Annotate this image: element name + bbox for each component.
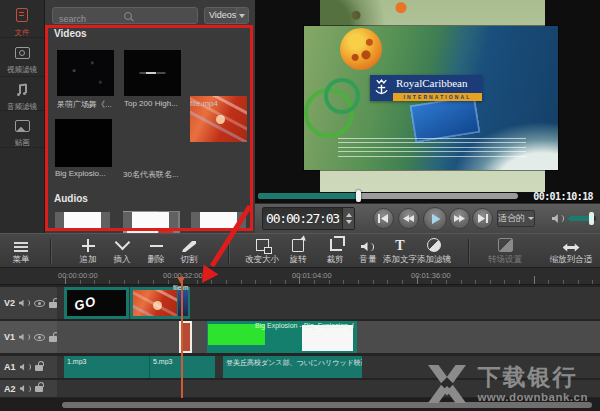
track-header-v2[interactable]: V2 xyxy=(0,287,57,319)
preview-video-frame[interactable]: RoyalCaribbean INTERNATIONAL xyxy=(304,26,558,170)
zoom-to-fit-button[interactable]: 缩放到合适 xyxy=(546,237,596,266)
lock-icon[interactable] xyxy=(35,365,43,371)
audio-clip[interactable]: 登美丘高校ダンス部、ついにハリウッド映画「グ xyxy=(223,356,362,378)
clip-name: 5.mp3 xyxy=(150,356,215,365)
transition-settings-button[interactable]: 转场设置 xyxy=(483,237,527,266)
timecode-spinner[interactable] xyxy=(342,208,354,229)
video-clip[interactable]: GO xyxy=(64,287,129,319)
eye-icon[interactable] xyxy=(34,334,45,341)
skip-start-button[interactable] xyxy=(373,208,394,229)
search-icon xyxy=(124,12,132,20)
rewind-icon xyxy=(403,214,414,223)
sidebar-item-audio-filters[interactable]: 音频滤镜 xyxy=(0,77,44,111)
mute-icon[interactable] xyxy=(20,384,31,393)
track-header-a2[interactable]: A2 xyxy=(0,380,57,397)
dropdown-caret-button[interactable] xyxy=(236,8,248,23)
volume-handle[interactable] xyxy=(589,212,594,225)
sidebar-item-files[interactable]: 文件 xyxy=(0,0,44,38)
ruler-major-ticks xyxy=(65,276,600,284)
playhead-line[interactable] xyxy=(181,277,183,398)
eye-icon[interactable] xyxy=(34,300,45,307)
sidebar-item-label: 贴画 xyxy=(0,138,44,148)
rotate-icon xyxy=(292,239,304,252)
toolbar-separator xyxy=(50,239,51,264)
transition-settings-label: 转场设置 xyxy=(483,254,527,266)
video-thumbnail[interactable] xyxy=(124,50,181,96)
deck-orange-dome xyxy=(340,28,382,70)
fine-print-text-lines xyxy=(338,138,526,159)
clip-thumbnail-text: GO xyxy=(73,294,98,314)
menu-icon xyxy=(14,242,28,252)
add-text-icon xyxy=(395,239,404,252)
spinner-down-icon[interactable] xyxy=(346,220,352,224)
video-editor-app: 文件 视频滤镜 音频滤镜 贴画 Videos Videos 呆萌广场舞《... xyxy=(0,0,600,411)
chevron-down-icon xyxy=(114,235,130,251)
audio-filter-icon xyxy=(16,84,29,96)
toolbar-separator xyxy=(468,239,469,264)
clip-file-sliver[interactable] xyxy=(178,290,188,316)
sidebar-item-label: 视频滤镜 xyxy=(0,65,44,75)
clip-name: 1.mp3 xyxy=(64,356,149,365)
cut-button[interactable]: 切割 xyxy=(167,237,211,266)
skip-start-icon xyxy=(378,214,389,223)
audio-thumbnail[interactable] xyxy=(191,212,246,231)
audios-section-label: Audios xyxy=(54,193,88,204)
sidebar-item-video-filters[interactable]: 视频滤镜 xyxy=(0,38,44,77)
add-filter-label: 添加滤镜 xyxy=(412,254,456,266)
timeline-ruler[interactable]: 00:00:00:00 00:00:32:00 00:01:04:00 00:0… xyxy=(0,268,600,285)
video-thumbnail[interactable] xyxy=(57,50,114,96)
volume-icon xyxy=(361,241,375,252)
video-thumbnail[interactable] xyxy=(55,119,112,167)
seek-handle[interactable] xyxy=(356,190,361,202)
downbank-logo-icon xyxy=(426,365,468,403)
royal-caribbean-logo: RoyalCaribbean INTERNATIONAL xyxy=(370,75,482,101)
lock-icon[interactable] xyxy=(49,302,57,308)
spinner-up-icon[interactable] xyxy=(346,213,352,217)
audio-clip[interactable]: 1.mp3 xyxy=(64,356,150,378)
track-header-a1[interactable]: A1 xyxy=(0,356,57,378)
media-category-dropdown[interactable]: Videos xyxy=(204,7,249,24)
cut-icon xyxy=(182,241,196,252)
track-id: A1 xyxy=(4,362,16,372)
play-button[interactable] xyxy=(423,207,447,231)
mute-icon[interactable] xyxy=(19,333,30,342)
timecode-display: 00:00:27:03 xyxy=(262,207,355,230)
add-filter-icon xyxy=(427,238,441,252)
video-name: 呆萌广场舞《... xyxy=(57,99,112,110)
skip-end-button[interactable] xyxy=(472,208,493,229)
sidebar-item-stickers[interactable]: 贴画 xyxy=(0,111,44,148)
logo-title: RoyalCaribbean xyxy=(393,75,482,93)
track-id: V1 xyxy=(4,332,15,342)
audio-thumbnail[interactable] xyxy=(123,212,178,231)
mute-icon[interactable] xyxy=(20,363,31,372)
transition-icon xyxy=(498,238,513,252)
audio-thumbnail[interactable] xyxy=(55,212,110,231)
zoom-fit-value: 适合的 xyxy=(498,212,525,225)
menu-button[interactable]: 菜单 xyxy=(0,237,43,266)
crown-anchor-icon xyxy=(370,75,393,101)
track-header-v1[interactable]: V1 xyxy=(0,321,57,353)
mute-icon[interactable] xyxy=(19,299,30,308)
zoom-fit-dropdown[interactable]: 适合的 xyxy=(497,210,535,227)
audio-clip[interactable]: 5.mp3 xyxy=(150,356,215,378)
menu-label: 菜单 xyxy=(0,254,43,266)
video-clip[interactable]: Big Explosion - Big_Explosion_! xyxy=(207,321,357,353)
lock-icon[interactable] xyxy=(49,336,57,342)
sidebar: 文件 视频滤镜 音频滤镜 贴画 xyxy=(0,0,45,233)
volume-icon[interactable] xyxy=(552,213,565,224)
total-duration: 00:01:10:18 xyxy=(533,191,593,202)
video-filter-icon xyxy=(15,47,30,59)
volume-slider[interactable] xyxy=(568,216,596,221)
fast-forward-button[interactable] xyxy=(449,208,470,229)
add-filter-button[interactable]: 添加滤镜 xyxy=(412,237,456,266)
video-name: Top 200 High... xyxy=(124,99,178,108)
video-name: 30名代表联名... xyxy=(123,169,179,180)
current-timecode: 00:00:27:03 xyxy=(263,208,342,229)
play-icon xyxy=(432,214,441,225)
video-name: file.mp4 xyxy=(190,99,218,108)
lock-icon[interactable] xyxy=(35,386,43,392)
watermark-url: www.downbank.cn xyxy=(477,391,588,403)
chevron-down-icon xyxy=(528,217,534,220)
seek-bar[interactable] xyxy=(258,193,518,199)
rewind-button[interactable] xyxy=(398,208,419,229)
